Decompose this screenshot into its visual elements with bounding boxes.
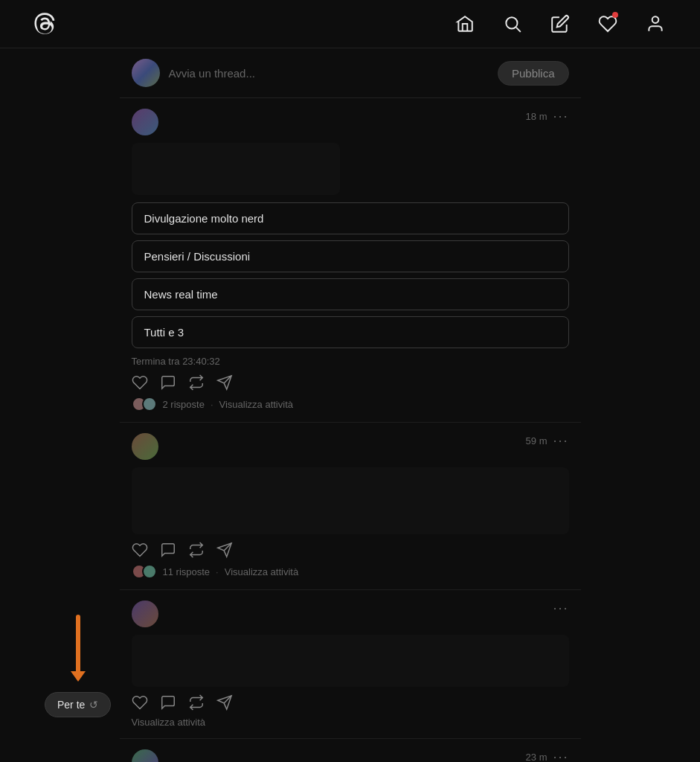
profile-nav-icon[interactable]	[640, 9, 670, 39]
share-button[interactable]	[216, 694, 233, 711]
post-actions	[132, 542, 569, 558]
post-time: 23 m	[526, 752, 548, 762]
svg-line-1	[516, 28, 521, 32]
post-header: 23 m ···	[132, 749, 569, 762]
poll-timer: Termina tra 23:40:32	[132, 356, 569, 367]
svg-point-2	[652, 16, 659, 23]
reply-avatars	[132, 564, 157, 579]
poll-options: Divulgazione molto nerd Pensieri / Discu…	[132, 202, 569, 348]
replies-count: 2 risposte	[163, 399, 205, 410]
post-time: 18 m	[526, 111, 548, 122]
like-button[interactable]	[132, 694, 148, 711]
per-te-button[interactable]: Per te ↺	[45, 692, 111, 717]
svg-point-0	[506, 17, 517, 28]
post-more-button[interactable]: ···	[553, 749, 568, 762]
view-activity[interactable]: Visualizza attività	[219, 399, 293, 410]
poll-option[interactable]: News real time	[132, 278, 569, 310]
post-header: 18 m ···	[132, 109, 569, 135]
post-more: ···	[553, 601, 568, 616]
post-image	[132, 635, 569, 687]
bottom-hint: Per te ↺	[45, 615, 111, 717]
reply-avatars	[132, 397, 157, 412]
post-more: 23 m ···	[526, 749, 569, 762]
post-more-button[interactable]: ···	[553, 433, 568, 449]
share-button[interactable]	[216, 542, 233, 558]
post-footer: Visualizza attività	[132, 717, 569, 728]
post-avatar	[132, 601, 158, 627]
compose-placeholder[interactable]: Avvia un thread...	[169, 67, 489, 80]
view-activity[interactable]: Visualizza attività	[132, 717, 205, 728]
home-nav-icon[interactable]	[450, 9, 480, 39]
activity-nav-icon[interactable]	[593, 9, 623, 39]
post-more-button[interactable]: ···	[553, 601, 568, 616]
post-footer: 2 risposte · Visualizza attività	[132, 397, 569, 412]
poll-option[interactable]: Tutti e 3	[132, 316, 569, 348]
post-card: 59 m ··· 11 risposte ·	[120, 423, 581, 590]
post-more-button[interactable]: ···	[553, 109, 568, 124]
reply-avatar	[142, 564, 157, 579]
view-activity[interactable]: Visualizza attività	[225, 566, 298, 577]
poll-option[interactable]: Pensieri / Discussioni	[132, 240, 569, 272]
repost-button[interactable]	[188, 374, 205, 391]
post-actions	[132, 374, 569, 391]
post-card: 23 m ··· IL SERVER È CRASHATO	[120, 739, 581, 762]
separator: ·	[211, 399, 213, 410]
publish-button[interactable]: Pubblica	[498, 61, 569, 86]
poll-option[interactable]: Divulgazione molto nerd	[132, 202, 569, 234]
compose-bar: Avvia un thread... Pubblica	[120, 48, 581, 98]
reply-avatar	[142, 397, 157, 412]
post-avatar	[132, 433, 158, 460]
search-nav-icon[interactable]	[498, 9, 527, 39]
comment-button[interactable]	[160, 374, 176, 391]
notification-dot	[612, 12, 618, 18]
user-avatar	[132, 59, 160, 87]
post-more: 59 m ···	[526, 433, 569, 449]
like-button[interactable]	[132, 542, 148, 558]
top-navigation	[0, 0, 700, 48]
share-button[interactable]	[216, 374, 233, 391]
threads-logo[interactable]	[30, 9, 60, 39]
post-card: 18 m ··· Divulgazione molto nerd Pensier…	[120, 98, 581, 423]
separator: ·	[216, 566, 219, 577]
post-image	[132, 467, 569, 534]
main-feed: Avvia un thread... Pubblica 18 m ··· Div…	[120, 48, 581, 762]
like-button[interactable]	[132, 374, 148, 391]
repost-button[interactable]	[188, 542, 205, 558]
refresh-icon: ↺	[89, 699, 98, 711]
post-header: ···	[132, 601, 569, 627]
comment-button[interactable]	[160, 694, 176, 711]
post-avatar	[132, 749, 158, 762]
per-te-label: Per te	[57, 699, 85, 711]
repost-button[interactable]	[188, 694, 205, 711]
post-more: 18 m ···	[526, 109, 569, 124]
post-card: ··· Visualizza attività	[120, 590, 581, 739]
post-footer: 11 risposte · Visualizza attività	[132, 564, 569, 579]
comment-button[interactable]	[160, 542, 176, 558]
compose-nav-icon[interactable]	[545, 9, 575, 39]
replies-count: 11 risposte	[163, 566, 211, 577]
post-time: 59 m	[526, 435, 548, 446]
post-avatar	[132, 109, 158, 135]
post-image	[132, 143, 340, 195]
post-header: 59 m ···	[132, 433, 569, 460]
post-actions	[132, 694, 569, 711]
